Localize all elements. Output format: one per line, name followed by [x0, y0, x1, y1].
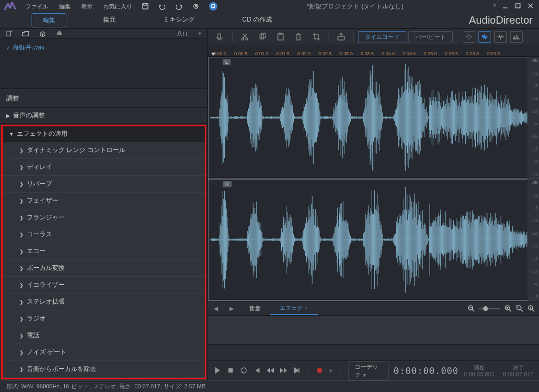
svg-rect-5 [6, 32, 11, 36]
expand-icon: ❯ [19, 232, 24, 237]
paste-icon[interactable] [273, 29, 288, 44]
minimize-icon[interactable] [502, 3, 508, 10]
record-tool-icon[interactable] [212, 29, 228, 44]
effect-item-6[interactable]: ❯エコー [3, 243, 205, 260]
go-start-icon[interactable] [253, 367, 261, 375]
marker-tool-icon[interactable] [463, 31, 475, 43]
timeline-ruler[interactable]: 0:00.00:00.50:01.00:01.50:02.00:02.50:03… [208, 45, 539, 57]
redo-icon[interactable] [175, 3, 183, 10]
time-display: 0:00:00.000 [394, 366, 459, 376]
section-voice-adjust[interactable]: ▶ 音声の調整 [0, 108, 207, 124]
delete-icon[interactable] [291, 29, 306, 44]
track-scrollbar[interactable] [208, 345, 539, 360]
close-icon[interactable] [527, 3, 534, 10]
effect-item-12[interactable]: ❯ノイズ ゲート [3, 344, 205, 361]
ruler-tick: 0:03.5 [361, 51, 382, 56]
record-icon[interactable] [316, 367, 323, 375]
effect-lane[interactable] [208, 316, 539, 345]
effect-item-9[interactable]: ❯ステレオ拡張 [3, 294, 205, 310]
media-library: ♪ 海鮮丼.wav [0, 39, 207, 89]
cloud-icon[interactable] [56, 30, 63, 37]
menu-edit[interactable]: 編集 [59, 3, 71, 11]
effect-item-13[interactable]: ❯音楽からボーカルを除去 [3, 361, 205, 378]
playhead-icon[interactable] [211, 53, 215, 56]
stop-icon[interactable] [227, 367, 234, 375]
expand-icon: ❯ [19, 350, 24, 355]
zoom-out-icon[interactable] [467, 305, 475, 312]
maximize-icon[interactable] [515, 3, 521, 10]
svg-point-1175 [517, 306, 521, 310]
expand-icon: ❯ [19, 249, 24, 254]
effect-item-11[interactable]: ❯電話 [3, 327, 205, 344]
menu-favorites[interactable]: お気に入り [103, 3, 132, 11]
copy-icon[interactable] [255, 29, 271, 44]
effect-item-5[interactable]: ❯コーラス [3, 226, 205, 243]
gear-icon[interactable] [192, 3, 199, 10]
pulse-view-icon[interactable] [494, 31, 507, 43]
expand-icon: ❯ [19, 283, 24, 288]
undo-icon[interactable] [158, 3, 166, 10]
forward-icon[interactable] [280, 367, 288, 375]
font-sort-button[interactable]: A↑↓ [177, 30, 188, 37]
lane-volume[interactable]: 音量 [239, 303, 270, 315]
effect-item-1[interactable]: ❯ディレイ [3, 159, 205, 176]
ruler-tick: 0:04.5 [403, 51, 424, 56]
collapse-icon: ▼ [9, 132, 14, 137]
audio-file-item[interactable]: ♪ 海鮮丼.wav [6, 43, 201, 52]
range-end-label: 終了 [503, 364, 534, 371]
expand-icon: ❯ [19, 333, 24, 338]
tab-restore[interactable]: 復元 [93, 13, 126, 27]
ruler-tick: 0:04.0 [382, 51, 403, 56]
ruler-tick: 0:05.5 [445, 51, 466, 56]
effect-item-8[interactable]: ❯イコライザー [3, 277, 205, 294]
note-icon: ♪ [6, 44, 9, 51]
section-effects-apply[interactable]: ▼ エフェクトの適用 [3, 126, 205, 142]
waveform-display[interactable]: L dB-3-6-12-18-∞-18-12-6-3 R dB-3-6-12-1… [208, 57, 539, 301]
effect-item-2[interactable]: ❯リバーブ [3, 176, 205, 193]
menu-view[interactable]: 表示 [81, 3, 93, 11]
zoom-in-icon[interactable] [504, 305, 512, 312]
lane-prev-icon[interactable]: ◀ [208, 305, 224, 312]
range-end-value: 0:00:07.017 [503, 371, 534, 377]
notification-icon[interactable] [209, 2, 217, 11]
export-icon[interactable] [333, 29, 349, 44]
loop-icon[interactable] [239, 366, 248, 376]
effect-item-10[interactable]: ❯ラジオ [3, 310, 205, 327]
status-bar: 形式: WAV, 96000Hz, 16-ビット , ステレオ, 長さ: 00:… [0, 380, 539, 392]
crop-icon[interactable] [308, 29, 324, 44]
tab-mix[interactable]: ミキシング [153, 13, 205, 27]
app-logo [0, 0, 21, 13]
toggle-barbeat[interactable]: バー/ビート [408, 31, 453, 43]
adjust-panel-header: 調整 [0, 89, 207, 108]
effect-item-7[interactable]: ❯ボーカル変換 [3, 260, 205, 277]
save-icon[interactable] [142, 3, 149, 10]
spectral-view-icon[interactable] [510, 31, 523, 43]
expand-icon: ❯ [19, 266, 24, 271]
play-icon[interactable] [213, 366, 222, 376]
go-end-icon[interactable] [293, 367, 301, 375]
toggle-timecode[interactable]: タイムコード [358, 31, 406, 43]
cut-icon[interactable] [237, 29, 253, 44]
effect-item-3[interactable]: ❯フェイザー [3, 193, 205, 209]
effect-item-0[interactable]: ❯ダイナミック レンジ コントロール [3, 142, 205, 159]
tab-cd[interactable]: CD の作成 [232, 13, 283, 27]
svg-rect-1 [144, 4, 146, 5]
zoom-v-in-icon[interactable] [527, 305, 535, 312]
expand-icon: ❯ [19, 165, 24, 170]
download-cloud-icon[interactable] [39, 30, 46, 37]
effect-item-4[interactable]: ❯フランジャー [3, 209, 205, 226]
rewind-icon[interactable] [266, 367, 274, 375]
menu-file[interactable]: ファイル [25, 3, 48, 11]
lane-effect[interactable]: エフェクト [270, 302, 318, 315]
tab-edit[interactable]: 編集 [32, 13, 66, 27]
file-name: 海鮮丼.wav [13, 43, 45, 52]
waveform-view-icon[interactable] [478, 31, 491, 43]
expand-icon: ❯ [19, 182, 24, 187]
zoom-slider[interactable] [479, 308, 500, 309]
import-folder-icon[interactable] [22, 30, 29, 37]
lane-next-icon[interactable]: ▶ [224, 305, 239, 312]
import-file-icon[interactable] [5, 30, 13, 37]
zoom-v-out-icon[interactable] [516, 305, 523, 312]
help-icon[interactable]: ? [493, 3, 496, 9]
codec-selector[interactable]: コーデック ▼ [348, 361, 388, 381]
